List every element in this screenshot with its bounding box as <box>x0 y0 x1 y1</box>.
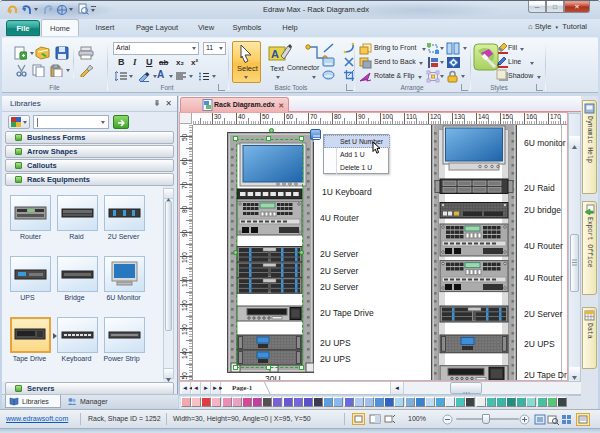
svg-text:A: A <box>271 48 279 60</box>
